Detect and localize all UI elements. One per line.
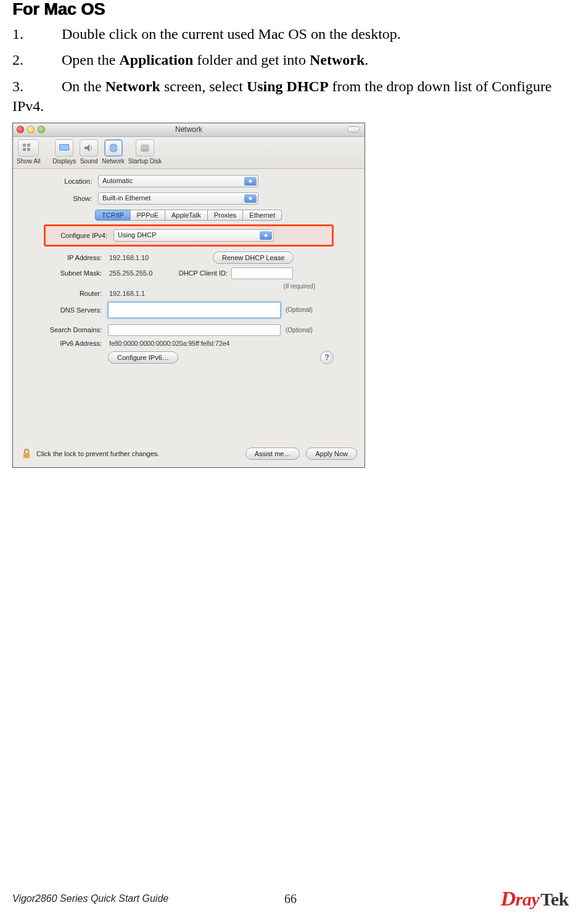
brand-tek: Tek (540, 889, 569, 909)
chevron-updown-icon (260, 231, 272, 240)
network-icon (104, 139, 123, 157)
configure-ipv4-value: Using DHCP (118, 229, 156, 241)
svg-rect-0 (23, 144, 26, 147)
chevron-updown-icon (244, 194, 257, 203)
ipv6-address-value: fe80:0000:0000:0000:020a:95ff:fe8d:72e4 (108, 340, 229, 347)
router-label: Router: (44, 290, 108, 297)
step-3-text-a: On the (62, 78, 105, 94)
svg-rect-3 (27, 148, 30, 151)
footer-page-number: 66 (284, 892, 297, 906)
step-3: 3.On the Network screen, select Using DH… (12, 76, 569, 117)
ip-address-value: 192.168.1.10 (108, 254, 213, 261)
step-2-bold-net: Network (310, 52, 365, 68)
step-2-text-c: folder and get into (193, 52, 310, 68)
help-button[interactable]: ? (320, 351, 334, 364)
brand-d: D (501, 887, 516, 910)
tab-pppoe[interactable]: PPPoE (130, 210, 165, 221)
lock-icon[interactable] (20, 448, 33, 460)
prefs-toolbar: Show All Displays Sound Network (13, 137, 365, 169)
window-titlebar: Network (13, 123, 365, 137)
tab-ethernet[interactable]: Ethernet (242, 210, 282, 221)
highlight-configure-ipv4: Configure IPv4: Using DHCP (44, 224, 334, 247)
startup-disk-icon (136, 139, 154, 157)
toolbar-toggle-icon[interactable] (347, 126, 360, 133)
search-domains-label: Search Domains: (44, 326, 108, 333)
svg-marker-6 (84, 144, 89, 152)
step-1-num: 1. (12, 24, 62, 44)
step-2-num: 2. (12, 50, 62, 70)
toolbar-sound[interactable]: Sound (80, 139, 98, 165)
dns-servers-input[interactable] (108, 302, 281, 318)
screenshot-network-prefpane: Network Show All Displays Sou (12, 123, 365, 468)
show-all-icon (18, 139, 39, 157)
toolbar-displays[interactable]: Displays (52, 139, 76, 165)
toolbar-show-all-label: Show All (17, 158, 40, 165)
page-footer: Vigor2860 Series Quick Start Guide 66 Dr… (12, 887, 569, 910)
renew-dhcp-button[interactable]: Renew DHCP Lease (213, 251, 294, 264)
tab-proxies[interactable]: Proxies (207, 210, 244, 221)
tab-bar: TCP/IP PPPoE AppleTalk Proxies Ethernet (25, 210, 352, 221)
location-label: Location: (25, 178, 98, 185)
step-2-text-e: . (365, 52, 368, 68)
step-1: 1.Double click on the current used Mac O… (12, 24, 569, 44)
svg-point-11 (141, 149, 149, 152)
step-1-text: Double click on the current used Mac OS … (62, 26, 401, 42)
toolbar-network[interactable]: Network (102, 139, 125, 165)
svg-rect-2 (23, 148, 26, 151)
show-select[interactable]: Built-in Ethernet (98, 192, 258, 205)
toolbar-displays-label: Displays (52, 158, 76, 165)
dns-servers-label: DNS Servers: (44, 306, 108, 314)
close-icon[interactable] (17, 126, 24, 133)
dhcp-client-id-input[interactable] (231, 268, 293, 279)
subnet-mask-label: Subnet Mask: (44, 269, 108, 277)
sound-icon (80, 139, 98, 157)
step-2-bold-app: Application (119, 52, 193, 68)
zoom-icon[interactable] (38, 126, 45, 133)
brand-logo: DrayTek (501, 887, 569, 910)
displays-icon (55, 139, 73, 157)
toolbar-show-all[interactable]: Show All (17, 139, 40, 165)
configure-ipv4-label: Configure IPv4: (49, 232, 113, 239)
toolbar-startup-disk[interactable]: Startup Disk (128, 139, 162, 165)
dhcp-client-id-label: DHCP Client ID: (176, 269, 231, 277)
apply-now-button[interactable]: Apply Now (306, 448, 357, 460)
step-3-bold-net: Network (105, 78, 160, 94)
tab-appletalk[interactable]: AppleTalk (165, 210, 208, 221)
step-list: 1.Double click on the current used Mac O… (12, 24, 569, 117)
dns-optional-note: (Optional) (286, 306, 313, 313)
svg-rect-1 (27, 144, 30, 147)
step-3-text-c: screen, select (160, 78, 247, 94)
router-value: 192.168.1.1 (108, 290, 145, 297)
svg-rect-5 (60, 145, 68, 150)
show-value: Built-in Ethernet (102, 192, 150, 204)
show-label: Show: (25, 195, 98, 202)
assist-me-button[interactable]: Assist me… (245, 448, 300, 460)
toolbar-sound-label: Sound (80, 158, 98, 165)
toolbar-network-label: Network (102, 158, 125, 165)
location-select[interactable]: Automatic (98, 175, 258, 187)
configure-ipv6-button[interactable]: Configure IPv6… (108, 351, 178, 364)
minimize-icon[interactable] (27, 126, 35, 133)
search-optional-note: (Optional) (286, 327, 313, 333)
footer-guide-title: Vigor2860 Series Quick Start Guide (12, 893, 168, 904)
chevron-updown-icon (244, 177, 257, 186)
ip-address-label: IP Address: (44, 254, 108, 261)
step-3-bold-dhcp: Using DHCP (247, 78, 329, 94)
tab-tcpip[interactable]: TCP/IP (95, 210, 130, 221)
section-heading: For Mac OS (12, 0, 569, 19)
step-2-text-a: Open the (62, 52, 119, 68)
lock-text: Click the lock to prevent further change… (36, 450, 159, 457)
step-3-num: 3. (12, 76, 62, 96)
step-2: 2.Open the Application folder and get in… (12, 50, 569, 70)
if-required-note: (If required) (283, 283, 315, 290)
ipv6-address-label: IPv6 Address: (44, 340, 108, 347)
brand-ray: ray (516, 889, 540, 909)
subnet-mask-value: 255.255.255.0 (108, 269, 176, 277)
location-value: Automatic (102, 175, 133, 187)
toolbar-startup-disk-label: Startup Disk (128, 158, 162, 165)
configure-ipv4-select[interactable]: Using DHCP (113, 229, 274, 242)
window-title: Network (175, 125, 202, 134)
traffic-lights[interactable] (17, 126, 45, 133)
search-domains-input[interactable] (108, 324, 281, 336)
svg-rect-12 (23, 453, 30, 458)
